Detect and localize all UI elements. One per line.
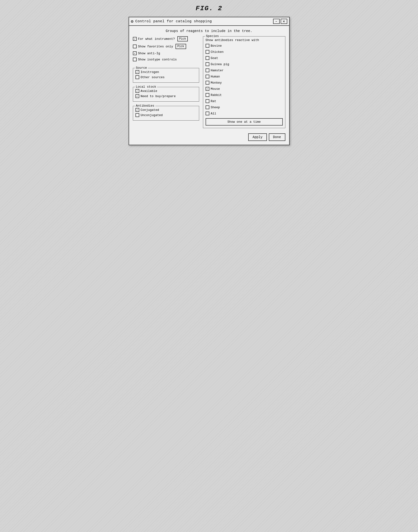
- species-row: Monkey: [206, 81, 283, 85]
- fig-title: FIG. 2: [196, 5, 222, 12]
- anti-ig-label: Show anti-Ig: [138, 52, 160, 55]
- species-checkbox-rat[interactable]: [206, 99, 209, 103]
- window: ⚙ Control panel for catalog shopping — ✕…: [128, 17, 290, 145]
- species-label-hamster: Hamster: [211, 69, 224, 72]
- right-panel: Species Show antibodies reactive with Bo…: [203, 36, 285, 128]
- species-checkbox-bovine[interactable]: [206, 44, 209, 48]
- anti-ig-row: Show anti-Ig: [133, 51, 199, 55]
- species-checkbox-all[interactable]: [206, 112, 209, 115]
- unconjugated-checkbox[interactable]: [136, 113, 139, 117]
- conjugated-label: Conjugated: [141, 108, 159, 112]
- species-checkbox-mouse[interactable]: [206, 87, 209, 91]
- isotype-checkbox[interactable]: [133, 58, 137, 61]
- antibodies-group: Antibodies Conjugated Unconjugated: [133, 106, 199, 121]
- species-label-chicken: Chicken: [211, 50, 224, 54]
- species-label-guinea-pig: Guinea pig: [211, 63, 229, 66]
- favorites-row: Show favorites only Pick: [133, 44, 199, 49]
- species-checkbox-chicken[interactable]: [206, 50, 209, 54]
- instrument-pick-button[interactable]: Pick: [177, 36, 188, 41]
- species-label-all: All: [211, 112, 216, 115]
- isotype-row: Show isotype controls: [133, 58, 199, 61]
- title-bar-controls: — ✕: [273, 19, 287, 24]
- species-subtitle: Show antibodies reactive with: [206, 38, 283, 42]
- apply-button[interactable]: Apply: [248, 133, 267, 141]
- species-checkbox-sheep[interactable]: [206, 105, 209, 109]
- species-row: Hamster: [206, 69, 283, 72]
- show-one-at-a-time-button[interactable]: Show one at a time: [206, 118, 283, 126]
- conjugated-checkbox[interactable]: [136, 108, 139, 112]
- window-content: Groups of reagents to include in the tre…: [129, 26, 289, 145]
- page-wrapper: FIG. 2 ⚙ Control panel for catalog shopp…: [126, 5, 292, 145]
- local-stock-group-label: Local stock: [135, 85, 157, 89]
- conjugated-row: Conjugated: [136, 108, 197, 112]
- bottom-bar: Apply Done: [133, 131, 285, 141]
- instrument-row: For what instrument? Pick: [133, 36, 199, 41]
- main-body: For what instrument? Pick Show favorites…: [133, 36, 285, 128]
- species-row: Sheep: [206, 105, 283, 109]
- favorites-checkbox[interactable]: [133, 45, 137, 48]
- invitrogen-checkbox[interactable]: [136, 70, 139, 74]
- species-checkbox-hamster[interactable]: [206, 69, 209, 72]
- species-group-label: Species: [205, 34, 220, 38]
- close-button[interactable]: ✕: [281, 19, 287, 24]
- species-row: Rat: [206, 99, 283, 103]
- species-checkbox-guinea-pig[interactable]: [206, 62, 209, 66]
- source-group-label: Source: [135, 66, 148, 70]
- isotype-label: Show isotype controls: [138, 58, 177, 61]
- species-row: Rabbit: [206, 93, 283, 97]
- species-row: Mouse: [206, 87, 283, 91]
- species-row: All: [206, 112, 283, 115]
- species-label-rabbit: Rabbit: [211, 93, 222, 97]
- left-panel: For what instrument? Pick Show favorites…: [133, 36, 199, 128]
- species-row: Bovine: [206, 44, 283, 48]
- species-checkbox-monkey[interactable]: [206, 81, 209, 85]
- instrument-label: For what instrument?: [138, 37, 175, 41]
- species-label-goat: Goat: [211, 56, 218, 60]
- species-label-mouse: Mouse: [211, 87, 220, 91]
- species-row: Chicken: [206, 50, 283, 54]
- need-to-buy-checkbox[interactable]: [136, 94, 139, 98]
- species-group: Species Show antibodies reactive with Bo…: [203, 36, 285, 128]
- instrument-checkbox[interactable]: [133, 37, 137, 41]
- source-group: Source Invitrogen Other sources: [133, 68, 199, 83]
- other-sources-checkbox[interactable]: [136, 75, 139, 79]
- local-stock-group: Local stock Available Need to buy/prepar…: [133, 87, 199, 102]
- species-checkbox-goat[interactable]: [206, 56, 209, 60]
- species-row: Goat: [206, 56, 283, 60]
- species-checkbox-rabbit[interactable]: [206, 93, 209, 97]
- available-row: Available: [136, 89, 197, 93]
- subtitle: Groups of reagents to include in the tre…: [133, 29, 285, 33]
- other-sources-row: Other sources: [136, 75, 197, 79]
- invitrogen-label: Invitrogen: [141, 70, 159, 74]
- species-row: Guinea pig: [206, 62, 283, 66]
- anti-ig-checkbox[interactable]: [133, 51, 137, 55]
- title-bar-left: ⚙ Control panel for catalog shopping: [131, 19, 212, 24]
- unconjugated-label: Unconjugated: [141, 114, 163, 117]
- species-row: Human: [206, 75, 283, 78]
- species-label-rat: Rat: [211, 100, 216, 103]
- available-checkbox[interactable]: [136, 89, 139, 93]
- species-label-monkey: Monkey: [211, 81, 222, 85]
- unconjugated-row: Unconjugated: [136, 113, 197, 117]
- species-label-human: Human: [211, 75, 220, 78]
- favorites-label: Show favorites only: [138, 45, 173, 48]
- antibodies-group-label: Antibodies: [135, 104, 155, 107]
- species-checkbox-human[interactable]: [206, 75, 209, 78]
- species-list: BovineChickenGoatGuinea pigHamsterHumanM…: [206, 44, 283, 116]
- need-to-buy-label: Need to buy/prepare: [141, 94, 176, 98]
- species-label-sheep: Sheep: [211, 106, 220, 109]
- title-bar: ⚙ Control panel for catalog shopping — ✕: [129, 17, 289, 26]
- available-label: Available: [141, 89, 157, 93]
- top-checkboxes: For what instrument? Pick Show favorites…: [133, 36, 199, 62]
- done-button[interactable]: Done: [269, 133, 285, 141]
- minimize-button[interactable]: —: [273, 19, 280, 24]
- other-sources-label: Other sources: [141, 76, 165, 79]
- need-to-buy-row: Need to buy/prepare: [136, 94, 197, 98]
- invitrogen-row: Invitrogen: [136, 70, 197, 74]
- app-icon: ⚙: [131, 19, 134, 24]
- species-label-bovine: Bovine: [211, 44, 222, 48]
- favorites-pick-button[interactable]: Pick: [175, 44, 186, 49]
- window-title: Control panel for catalog shopping: [135, 19, 212, 23]
